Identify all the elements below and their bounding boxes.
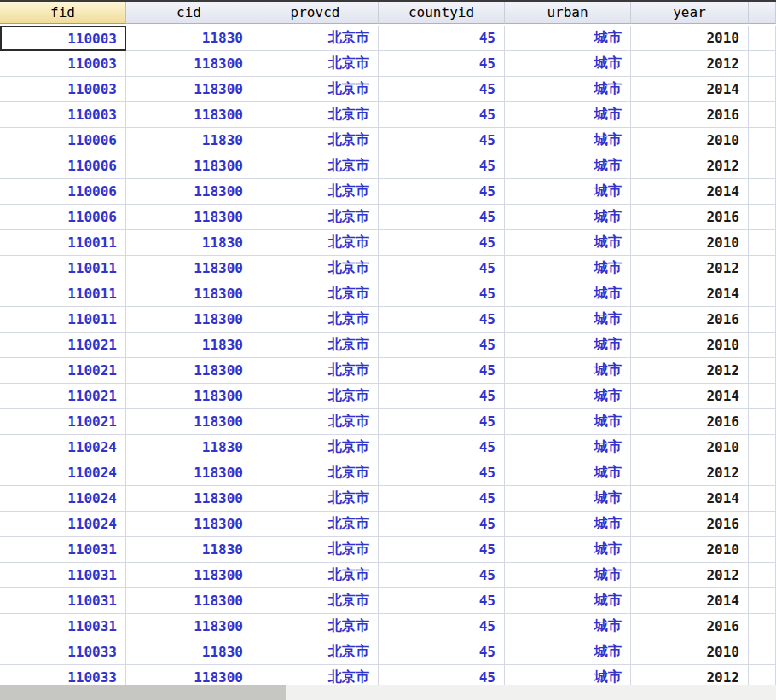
cell-cid[interactable]: 118300 [126,77,252,102]
cell-provcd[interactable]: 北京市 [252,486,379,512]
cell-countyid[interactable]: 45 [379,102,505,128]
cell-cid[interactable]: 11830 [126,230,252,256]
cell-provcd[interactable]: 北京市 [252,409,379,435]
cell-cid[interactable]: 118300 [126,307,252,333]
cell-provcd[interactable]: 北京市 [252,205,379,230]
cell-provcd[interactable]: 北京市 [252,512,379,537]
cell-countyid[interactable]: 45 [379,128,505,153]
column-header-fid[interactable]: fid [0,2,126,24]
cell-year[interactable]: 2012 [631,51,749,77]
cell-urban[interactable]: 城市 [505,486,631,512]
cell-blank[interactable] [749,537,776,563]
cell-cid[interactable]: 118300 [126,486,252,512]
cell-urban[interactable]: 城市 [505,563,631,588]
cell-countyid[interactable]: 45 [379,563,505,588]
cell-blank[interactable] [749,409,776,435]
cell-blank[interactable] [749,614,776,639]
cell-blank[interactable] [749,435,776,460]
cell-year[interactable]: 2010 [631,639,749,665]
cell-urban[interactable]: 城市 [505,51,631,77]
cell-blank[interactable] [749,512,776,537]
cell-countyid[interactable]: 45 [379,588,505,614]
cell-year[interactable]: 2014 [631,486,749,512]
cell-fid[interactable]: 110024 [0,435,126,460]
cell-year[interactable]: 2010 [631,26,749,51]
cell-cid[interactable]: 11830 [126,639,252,665]
cell-countyid[interactable]: 45 [379,77,505,102]
cell-blank[interactable] [749,102,776,128]
cell-blank[interactable] [749,563,776,588]
cell-provcd[interactable]: 北京市 [252,435,379,460]
cell-fid[interactable]: 110024 [0,512,126,537]
cell-blank[interactable] [749,26,776,51]
cell-fid[interactable]: 110003 [0,51,126,77]
cell-provcd[interactable]: 北京市 [252,384,379,409]
cell-fid[interactable]: 110021 [0,384,126,409]
cell-cid[interactable]: 118300 [126,614,252,639]
cell-year[interactable]: 2014 [631,77,749,102]
cell-year[interactable]: 2010 [631,128,749,153]
horizontal-scrollbar[interactable] [0,685,776,700]
cell-year[interactable]: 2012 [631,358,749,384]
cell-countyid[interactable]: 45 [379,205,505,230]
cell-fid[interactable]: 110006 [0,128,126,153]
cell-year[interactable]: 2014 [631,179,749,205]
cell-countyid[interactable]: 45 [379,639,505,665]
cell-year[interactable]: 2012 [631,563,749,588]
cell-urban[interactable]: 城市 [505,460,631,486]
cell-year[interactable]: 2012 [631,153,749,179]
cell-urban[interactable]: 城市 [505,256,631,281]
cell-cid[interactable]: 11830 [126,26,252,51]
scrollbar-thumb[interactable] [0,685,286,700]
cell-countyid[interactable]: 45 [379,384,505,409]
cell-blank[interactable] [749,205,776,230]
cell-year[interactable]: 2014 [631,281,749,307]
cell-blank[interactable] [749,307,776,333]
cell-blank[interactable] [749,384,776,409]
cell-cid[interactable]: 11830 [126,435,252,460]
cell-countyid[interactable]: 45 [379,153,505,179]
cell-blank[interactable] [749,460,776,486]
cell-fid[interactable]: 110021 [0,333,126,358]
cell-urban[interactable]: 城市 [505,205,631,230]
cell-urban[interactable]: 城市 [505,537,631,563]
cell-countyid[interactable]: 45 [379,230,505,256]
cell-urban[interactable]: 城市 [505,384,631,409]
cell-year[interactable]: 2016 [631,205,749,230]
cell-blank[interactable] [749,486,776,512]
cell-urban[interactable]: 城市 [505,358,631,384]
cell-cid[interactable]: 118300 [126,512,252,537]
cell-cid[interactable]: 118300 [126,179,252,205]
cell-year[interactable]: 2016 [631,409,749,435]
cell-cid[interactable]: 11830 [126,537,252,563]
cell-urban[interactable]: 城市 [505,639,631,665]
cell-year[interactable]: 2010 [631,230,749,256]
cell-countyid[interactable]: 45 [379,435,505,460]
cell-blank[interactable] [749,333,776,358]
cell-year[interactable]: 2016 [631,614,749,639]
cell-countyid[interactable]: 45 [379,486,505,512]
column-header-year[interactable]: year [631,2,749,24]
cell-countyid[interactable]: 45 [379,460,505,486]
cell-urban[interactable]: 城市 [505,102,631,128]
cell-year[interactable]: 2014 [631,384,749,409]
cell-provcd[interactable]: 北京市 [252,307,379,333]
cell-provcd[interactable]: 北京市 [252,77,379,102]
cell-provcd[interactable]: 北京市 [252,614,379,639]
cell-provcd[interactable]: 北京市 [252,128,379,153]
cell-year[interactable]: 2010 [631,537,749,563]
column-header-cid[interactable]: cid [126,2,252,24]
cell-urban[interactable]: 城市 [505,128,631,153]
cell-cid[interactable]: 118300 [126,153,252,179]
cell-provcd[interactable]: 北京市 [252,153,379,179]
cell-countyid[interactable]: 45 [379,179,505,205]
selected-cell[interactable]: 110003 [0,26,126,51]
cell-provcd[interactable]: 北京市 [252,358,379,384]
cell-blank[interactable] [749,358,776,384]
cell-urban[interactable]: 城市 [505,179,631,205]
cell-fid[interactable]: 110003 [0,77,126,102]
cell-blank[interactable] [749,256,776,281]
cell-fid[interactable]: 110006 [0,205,126,230]
cell-countyid[interactable]: 45 [379,51,505,77]
cell-cid[interactable]: 118300 [126,256,252,281]
